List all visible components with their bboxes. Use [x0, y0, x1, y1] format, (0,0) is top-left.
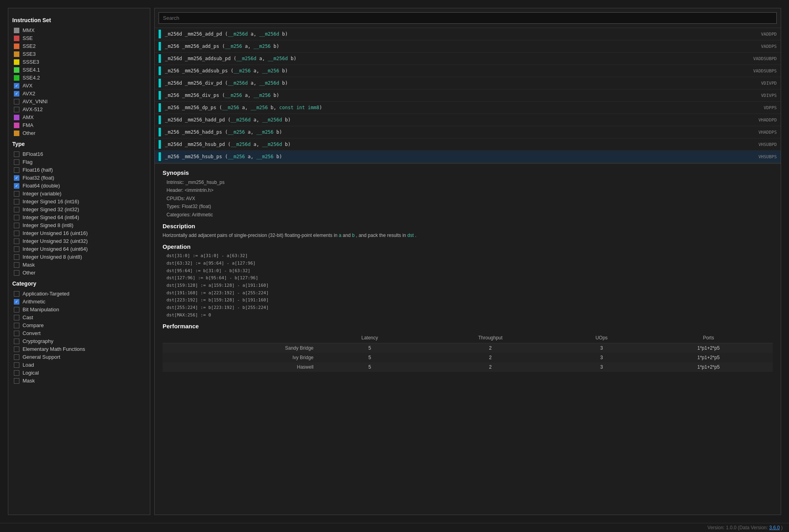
filter-item-arithmetic[interactable]: Arithmetic	[12, 298, 146, 305]
filter-item-integer-unsigned-16-(uint16)[interactable]: Integer Unsigned 16 (uint16)	[12, 229, 146, 237]
checkbox[interactable]	[14, 254, 19, 260]
filter-item-application-targeted[interactable]: Application-Targeted	[12, 290, 146, 297]
checkbox[interactable]	[14, 107, 19, 112]
filter-item-elementary-math-functions[interactable]: Elementary Math Functions	[12, 345, 146, 353]
checkbox[interactable]	[14, 331, 19, 336]
filter-item-cryptography[interactable]: Cryptography	[12, 337, 146, 345]
checkbox[interactable]	[14, 83, 19, 89]
filter-label: Load	[23, 362, 34, 368]
checkbox[interactable]	[14, 151, 19, 157]
filter-item-mmx[interactable]: MMX	[12, 27, 146, 34]
description-body: Horizontally add adjacent pairs of singl…	[163, 232, 773, 239]
perf-cell-arch: Sandy Bridge	[163, 343, 318, 353]
filter-item-bit-manipulation[interactable]: Bit Manipulation	[12, 306, 146, 313]
filter-item-avx2[interactable]: AVX2	[12, 90, 146, 97]
checkbox[interactable]	[14, 175, 19, 181]
checkbox[interactable]	[14, 231, 19, 236]
filter-item-avx[interactable]: AVX	[12, 82, 146, 89]
checkbox[interactable]	[14, 262, 19, 268]
filter-item-compare[interactable]: Compare	[12, 322, 146, 329]
right-panel: _m256d _mm256_add_pd (__m256d a, __m256d…	[154, 8, 781, 515]
filter-item-integer-signed-8-(int8)[interactable]: Integer Signed 8 (int8)	[12, 222, 146, 229]
perf-cell-throughput: 2	[422, 343, 559, 353]
filter-item-cast[interactable]: Cast	[12, 314, 146, 321]
instruction-row[interactable]: _m256 _mm256_hsub_ps (__m256 a, __m256 b…	[155, 151, 781, 163]
perf-row: Sandy Bridge5231*p1+2*p5	[163, 343, 773, 353]
checkbox[interactable]	[14, 99, 19, 104]
description-end: , and pack the results in	[356, 233, 406, 238]
instruction-row[interactable]: _m256d _mm256_add_pd (__m256d a, __m256d…	[155, 28, 781, 40]
checkbox[interactable]	[14, 346, 19, 352]
filter-item-other[interactable]: Other	[12, 269, 146, 276]
instruction-row[interactable]: _m256d _mm256_hadd_pd (__m256d a, __m256…	[155, 114, 781, 126]
checkbox[interactable]	[14, 223, 19, 228]
checkbox[interactable]	[14, 370, 19, 376]
checkbox[interactable]	[14, 207, 19, 212]
filter-label: MMX	[23, 27, 34, 33]
checkbox[interactable]	[14, 315, 19, 320]
instruction-row[interactable]: _m256 _mm256_div_ps (__m256 a, __m256 b)…	[155, 89, 781, 102]
filter-item-general-support[interactable]: General Support	[12, 353, 146, 361]
checkbox[interactable]	[14, 191, 19, 197]
instruction-row[interactable]: _m256d _mm256_div_pd (__m256d a, __m256d…	[155, 77, 781, 89]
checkbox[interactable]	[14, 339, 19, 344]
checkbox[interactable]	[14, 239, 19, 244]
instruction-row[interactable]: _m256d _mm256_addsub_pd (__m256d a, __m2…	[155, 53, 781, 65]
filter-item-convert[interactable]: Convert	[12, 329, 146, 337]
filter-item-integer-unsigned-64-(uint64)[interactable]: Integer Unsigned 64 (uint64)	[12, 245, 146, 253]
filter-item-sse3[interactable]: SSE3	[12, 50, 146, 58]
instruction-row[interactable]: _m256d _mm256_hsub_pd (__m256d a, __m256…	[155, 138, 781, 151]
filter-item-integer-unsigned-32-(uint32)[interactable]: Integer Unsigned 32 (uint32)	[12, 237, 146, 245]
filter-label: SSE4.1	[23, 67, 40, 73]
checkbox[interactable]	[14, 199, 19, 204]
filter-item-flag[interactable]: Flag	[12, 158, 146, 166]
checkbox[interactable]	[14, 183, 19, 189]
filter-item-mask[interactable]: Mask	[12, 377, 146, 384]
checkbox[interactable]	[14, 362, 19, 368]
instruction-row[interactable]: _m256 _mm256_add_ps (__m256 a, __m256 b)…	[155, 40, 781, 53]
filter-item-float32-(float)[interactable]: Float32 (float)	[12, 174, 146, 182]
instruction-row[interactable]: _m256 _mm256_hadd_ps (__m256 a, __m256 b…	[155, 126, 781, 138]
filter-item-sse[interactable]: SSE	[12, 34, 146, 42]
filter-item-sse4.2[interactable]: SSE4.2	[12, 74, 146, 81]
instruction-row[interactable]: _m256 _mm256_addsub_ps (__m256 a, __m256…	[155, 65, 781, 77]
checkbox[interactable]	[14, 378, 19, 384]
filter-label: SSE	[23, 35, 33, 41]
search-input[interactable]	[159, 12, 777, 24]
filter-item-amx[interactable]: AMX	[12, 114, 146, 121]
filter-item-ssse3[interactable]: SSSE3	[12, 58, 146, 66]
filter-item-load[interactable]: Load	[12, 361, 146, 369]
filter-item-sse2[interactable]: SSE2	[12, 42, 146, 50]
checkbox[interactable]	[14, 91, 19, 97]
checkbox[interactable]	[14, 291, 19, 297]
filter-item-float64-(double)[interactable]: Float64 (double)	[12, 182, 146, 189]
filter-item-integer-(variable)[interactable]: Integer (variable)	[12, 190, 146, 197]
filter-item-fma[interactable]: FMA	[12, 121, 146, 129]
filter-item-sse4.1[interactable]: SSE4.1	[12, 66, 146, 74]
filter-item-avx_vnni[interactable]: AVX_VNNI	[12, 98, 146, 105]
filter-item-integer-signed-32-(int32)[interactable]: Integer Signed 32 (int32)	[12, 206, 146, 213]
checkbox[interactable]	[14, 167, 19, 173]
checkbox[interactable]	[14, 215, 19, 220]
filter-item-float16-(half)[interactable]: Float16 (half)	[12, 166, 146, 174]
filter-item-other[interactable]: Other	[12, 129, 146, 137]
checkbox[interactable]	[14, 307, 19, 312]
filter-item-bfloat16[interactable]: BFloat16	[12, 150, 146, 158]
checkbox[interactable]	[14, 299, 19, 305]
filter-item-integer-signed-16-(int16)[interactable]: Integer Signed 16 (int16)	[12, 198, 146, 205]
checkbox[interactable]	[14, 246, 19, 252]
filter-item-mask[interactable]: Mask	[12, 261, 146, 269]
checkbox[interactable]	[14, 159, 19, 165]
description-text: Horizontally add adjacent pairs of singl…	[163, 233, 337, 238]
filter-item-integer-signed-64-(int64)[interactable]: Integer Signed 64 (int64)	[12, 214, 146, 221]
filter-item-logical[interactable]: Logical	[12, 369, 146, 377]
instruction-row[interactable]: _m256 _mm256_dp_ps (__m256 a, __m256 b, …	[155, 102, 781, 114]
filter-item-avx-512[interactable]: AVX-512	[12, 106, 146, 113]
filter-item-integer-unsigned-8-(uint8)[interactable]: Integer Unsigned 8 (uint8)	[12, 253, 146, 261]
data-version-link[interactable]: 3.6.0	[769, 525, 780, 530]
checkbox[interactable]	[14, 270, 19, 276]
checkbox[interactable]	[14, 323, 19, 328]
filter-label: Float16 (half)	[23, 167, 53, 173]
checkbox[interactable]	[14, 354, 19, 360]
operation-line: dst[223:192] := b[159:128] - b[191:160]	[167, 297, 773, 304]
